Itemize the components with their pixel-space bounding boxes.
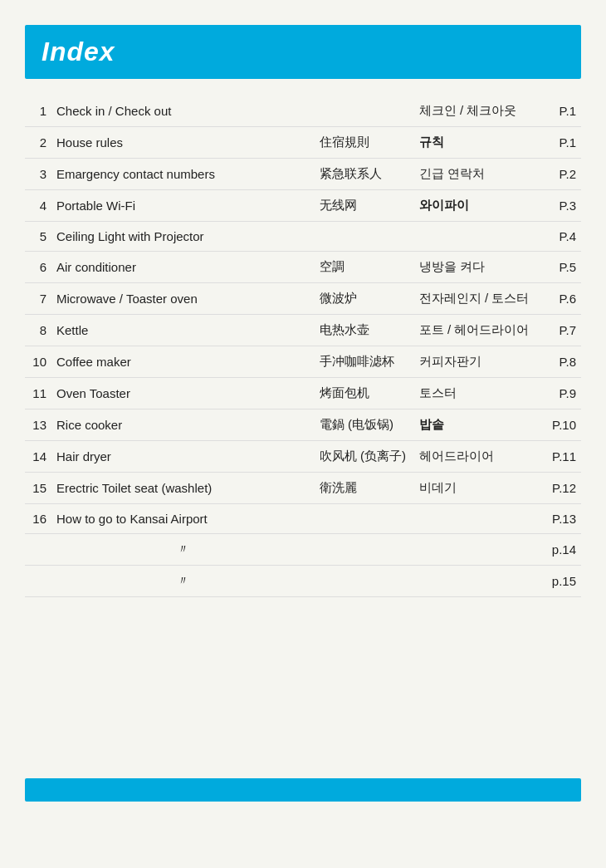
row-zh: 住宿規則 xyxy=(315,127,414,159)
row-num: 16 xyxy=(25,504,51,534)
row-num: 14 xyxy=(25,441,51,473)
table-row: 〃 p.14 xyxy=(25,534,581,566)
table-row: 8 Kettle 电热水壶 포트 / 헤어드라이어 P.7 xyxy=(25,315,581,346)
row-en: Hair dryer xyxy=(51,441,315,473)
table-row: 2 House rules 住宿規則 규칙 P.1 xyxy=(25,127,581,159)
row-en: Kettle xyxy=(51,315,315,346)
row-en: How to go to Kansai Airport xyxy=(51,504,315,534)
row-zh xyxy=(315,222,414,252)
row-en: 〃 xyxy=(51,534,315,566)
row-zh xyxy=(315,504,414,534)
row-kr: 체크인 / 체크아웃 xyxy=(414,96,547,127)
row-kr: 토스터 xyxy=(414,378,547,409)
row-num: 15 xyxy=(25,473,51,504)
row-zh: 紧急联系人 xyxy=(315,159,414,190)
row-page: P.11 xyxy=(547,441,581,473)
row-zh: 吹风机 (负离子) xyxy=(315,441,414,473)
row-page: P.9 xyxy=(547,378,581,409)
row-zh: 电热水壶 xyxy=(315,315,414,346)
row-en: Erectric Toilet seat (washlet) xyxy=(51,473,315,504)
row-kr: 와이파이 xyxy=(414,190,547,222)
row-en: Check in / Check out xyxy=(51,96,315,127)
row-kr: 규칙 xyxy=(414,127,547,159)
table-row: 5 Ceiling Light with Projector P.4 xyxy=(25,222,581,252)
row-num: 7 xyxy=(25,283,51,315)
row-en: House rules xyxy=(51,127,315,159)
row-en: Air conditioner xyxy=(51,252,315,283)
row-num: 2 xyxy=(25,127,51,159)
row-zh: 空調 xyxy=(315,252,414,283)
row-en: Emargency contact numbers xyxy=(51,159,315,190)
row-kr: 비데기 xyxy=(414,473,547,504)
row-page: P.7 xyxy=(547,315,581,346)
row-page: P.1 xyxy=(547,96,581,127)
row-num xyxy=(25,534,51,566)
row-kr: 냉방을 켜다 xyxy=(414,252,547,283)
table-row: 16 How to go to Kansai Airport P.13 xyxy=(25,504,581,534)
table-row: 4 Portable Wi-Fi 无线网 와이파이 P.3 xyxy=(25,190,581,222)
table-row: 〃 p.15 xyxy=(25,566,581,597)
row-zh: 微波炉 xyxy=(315,283,414,315)
row-zh xyxy=(315,534,414,566)
row-en: Oven Toaster xyxy=(51,378,315,409)
table-row: 13 Rice cooker 電鍋 (电饭锅) 밥솥 P.10 xyxy=(25,409,581,441)
table-row: 10 Coffee maker 手冲咖啡滤杯 커피자판기 P.8 xyxy=(25,346,581,378)
row-kr xyxy=(414,222,547,252)
row-page: p.15 xyxy=(547,566,581,597)
row-num: 8 xyxy=(25,315,51,346)
row-zh xyxy=(315,96,414,127)
row-zh: 電鍋 (电饭锅) xyxy=(315,409,414,441)
row-zh: 衛洗麗 xyxy=(315,473,414,504)
row-en: Rice cooker xyxy=(51,409,315,441)
row-num xyxy=(25,566,51,597)
row-kr: 헤어드라이어 xyxy=(414,441,547,473)
row-kr: 포트 / 헤어드라이어 xyxy=(414,315,547,346)
row-en: Coffee maker xyxy=(51,346,315,378)
row-zh: 手冲咖啡滤杯 xyxy=(315,346,414,378)
row-num: 5 xyxy=(25,222,51,252)
row-num: 3 xyxy=(25,159,51,190)
row-num: 6 xyxy=(25,252,51,283)
row-en: Ceiling Light with Projector xyxy=(51,222,315,252)
row-page: P.1 xyxy=(547,127,581,159)
page: Index 1 Check in / Check out 체크인 / 체크아웃 … xyxy=(0,0,606,868)
table-row: 3 Emargency contact numbers 紧急联系人 긴급 연락처… xyxy=(25,159,581,190)
row-num: 10 xyxy=(25,346,51,378)
footer-bar xyxy=(25,778,581,802)
row-zh xyxy=(315,566,414,597)
table-row: 1 Check in / Check out 체크인 / 체크아웃 P.1 xyxy=(25,96,581,127)
row-en: Microwave / Toaster oven xyxy=(51,283,315,315)
row-page: P.12 xyxy=(547,473,581,504)
row-kr: 밥솥 xyxy=(414,409,547,441)
table-row: 15 Erectric Toilet seat (washlet) 衛洗麗 비데… xyxy=(25,473,581,504)
row-kr: 전자레인지 / 토스터 xyxy=(414,283,547,315)
row-kr: 커피자판기 xyxy=(414,346,547,378)
row-page: P.13 xyxy=(547,504,581,534)
row-num: 1 xyxy=(25,96,51,127)
row-kr xyxy=(414,504,547,534)
row-en: Portable Wi-Fi xyxy=(51,190,315,222)
row-page: P.5 xyxy=(547,252,581,283)
row-en: 〃 xyxy=(51,566,315,597)
row-page: P.8 xyxy=(547,346,581,378)
row-zh: 无线网 xyxy=(315,190,414,222)
row-zh: 烤面包机 xyxy=(315,378,414,409)
row-kr xyxy=(414,566,547,597)
row-page: P.4 xyxy=(547,222,581,252)
table-row: 7 Microwave / Toaster oven 微波炉 전자레인지 / 토… xyxy=(25,283,581,315)
row-num: 13 xyxy=(25,409,51,441)
row-kr xyxy=(414,534,547,566)
table-row: 11 Oven Toaster 烤面包机 토스터 P.9 xyxy=(25,378,581,409)
row-page: p.14 xyxy=(547,534,581,566)
row-page: P.3 xyxy=(547,190,581,222)
row-page: P.6 xyxy=(547,283,581,315)
index-table: 1 Check in / Check out 체크인 / 체크아웃 P.1 2 … xyxy=(25,96,581,597)
table-row: 14 Hair dryer 吹风机 (负离子) 헤어드라이어 P.11 xyxy=(25,441,581,473)
row-num: 4 xyxy=(25,190,51,222)
row-page: P.2 xyxy=(547,159,581,190)
header-bar: Index xyxy=(25,25,581,79)
table-row: 6 Air conditioner 空調 냉방을 켜다 P.5 xyxy=(25,252,581,283)
row-num: 11 xyxy=(25,378,51,409)
page-title: Index xyxy=(42,37,564,67)
row-kr: 긴급 연락처 xyxy=(414,159,547,190)
